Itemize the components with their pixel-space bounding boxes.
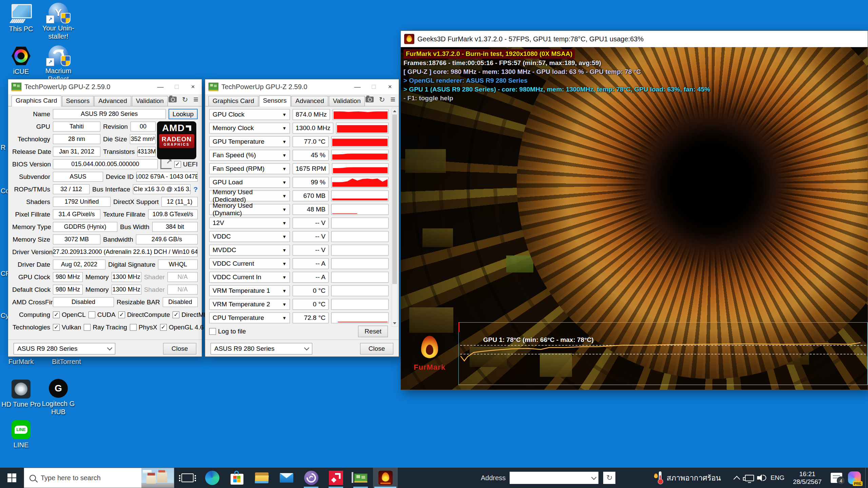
field-value[interactable]: 27.20.20913.2000 (Adrenalin 22.6.1) DCH … bbox=[53, 247, 198, 257]
address-go-icon[interactable]: ↻ bbox=[603, 472, 615, 484]
sensor-select-memory-clock[interactable]: Memory Clock▼ bbox=[209, 123, 290, 134]
screenshot-icon[interactable] bbox=[366, 97, 374, 102]
menu-icon[interactable]: ≡ bbox=[390, 95, 395, 104]
desktop-icon-line[interactable]: LINE LINE bbox=[0, 420, 42, 449]
tray-overflow-chevron[interactable] bbox=[732, 468, 742, 488]
field-value[interactable]: 4313M bbox=[137, 147, 156, 157]
screenshot-icon[interactable] bbox=[169, 97, 177, 102]
lookup-button[interactable]: Lookup bbox=[169, 109, 198, 119]
field-value[interactable]: Jan 31, 2012 bbox=[53, 147, 100, 157]
taskbar-app-amd[interactable] bbox=[323, 468, 348, 488]
field-value[interactable]: 1300 MHz bbox=[112, 285, 141, 294]
notification-center-button[interactable]: 4 bbox=[829, 468, 844, 488]
taskbar-app-bittorrent[interactable] bbox=[299, 468, 323, 488]
opengl-4-6-checkbox[interactable]: ✓OpenGL 4.6 bbox=[160, 324, 204, 331]
sensor-select-fan-speed-rpm[interactable]: Fan Speed (RPM)▼ bbox=[209, 163, 290, 174]
field-value[interactable]: 980 MHz bbox=[53, 285, 83, 294]
sensor-select-memory-used-dynamic[interactable]: Memory Used (Dynamic)▼ bbox=[209, 204, 290, 215]
field-value[interactable]: 1002 679A - 1043 047E bbox=[136, 172, 198, 182]
field-value[interactable]: 28 nm bbox=[53, 134, 100, 144]
sensor-select-cpu-temperature[interactable]: CPU Temperature▼ bbox=[209, 312, 290, 323]
taskbar-app-store[interactable] bbox=[224, 468, 249, 488]
field-value[interactable]: 109.8 GTexel/s bbox=[148, 209, 198, 219]
field-value[interactable]: 3072 MB bbox=[53, 235, 100, 244]
gpu-select-dropdown[interactable]: ASUS R9 280 Series bbox=[14, 343, 115, 354]
close-button[interactable]: × bbox=[382, 79, 398, 94]
copilot-button[interactable]: PRE bbox=[846, 468, 863, 488]
refresh-icon[interactable]: ↻ bbox=[182, 96, 188, 103]
gpuz-title-bar[interactable]: TechPowerUp GPU-Z 2.59.0 — □ × bbox=[205, 79, 399, 94]
tab-graphics-card[interactable]: Graphics Card bbox=[12, 96, 61, 106]
taskbar-app-task-view[interactable] bbox=[175, 468, 200, 488]
field-value[interactable]: 00 bbox=[131, 122, 156, 131]
tab-validation[interactable]: Validation bbox=[329, 96, 365, 106]
cuda-checkbox[interactable]: CUDA bbox=[88, 311, 116, 319]
address-input[interactable] bbox=[510, 472, 598, 484]
tab-advanced[interactable]: Advanced bbox=[94, 96, 131, 106]
directml-checkbox[interactable]: ✓DirectML bbox=[173, 311, 207, 319]
field-value[interactable]: 32 / 112 bbox=[53, 184, 90, 194]
directcompute-checkbox[interactable]: ✓DirectCompute bbox=[118, 311, 170, 319]
field-value[interactable]: 980 MHz bbox=[53, 272, 83, 282]
opencl-checkbox[interactable]: ✓OpenCL bbox=[53, 311, 86, 319]
close-window-button[interactable]: Close bbox=[163, 343, 196, 354]
weather-widget[interactable]: สภาพอากาศร้อน bbox=[657, 468, 721, 488]
physx-checkbox[interactable]: PhysX bbox=[130, 324, 157, 331]
clock[interactable]: 16:21 28/5/2567 bbox=[788, 468, 826, 488]
field-value[interactable]: 352 mm² bbox=[130, 134, 156, 144]
field-value[interactable]: 249.6 GB/s bbox=[136, 235, 198, 244]
field-value[interactable]: GDDR5 (Hynix) bbox=[53, 222, 117, 232]
scroll-up-icon[interactable] bbox=[392, 108, 397, 114]
sensor-select-vddc[interactable]: VDDC▼ bbox=[209, 231, 290, 242]
show-desktop-button[interactable] bbox=[865, 468, 868, 488]
sensor-select-fan-speed[interactable]: Fan Speed (%)▼ bbox=[209, 150, 290, 161]
desktop-icon-furmark[interactable]: FurMark bbox=[0, 356, 42, 366]
network-icon[interactable] bbox=[743, 468, 755, 488]
desktop-icon-icue[interactable]: iCUE bbox=[0, 46, 42, 76]
taskbar-app-mail[interactable] bbox=[274, 468, 299, 488]
sensor-select-gpu-temperature[interactable]: GPU Temperature▼ bbox=[209, 136, 290, 147]
sensors-scrollbar[interactable] bbox=[392, 108, 398, 327]
taskbar-app-explorer[interactable] bbox=[249, 468, 274, 488]
close-window-button[interactable]: Close bbox=[360, 343, 393, 354]
field-value[interactable]: 1792 Unified bbox=[53, 197, 111, 207]
desktop-icon-hd-tune-pro[interactable]: HD Tune Pro bbox=[0, 380, 42, 408]
minimize-button[interactable]: — bbox=[349, 79, 366, 94]
sensor-select-vrm-temperature-1[interactable]: VRM Temperature 1▼ bbox=[209, 285, 290, 296]
sensor-select-gpu-load[interactable]: GPU Load▼ bbox=[209, 177, 290, 188]
desktop-icon-macrium-reflect[interactable]: ↗ Macrium Reflect bbox=[37, 45, 79, 83]
field-value[interactable]: WHQL bbox=[158, 260, 198, 269]
field-value[interactable]: Aug 02, 2022 bbox=[53, 260, 105, 269]
minimize-button[interactable]: — bbox=[152, 79, 169, 94]
language-indicator[interactable]: ENG bbox=[769, 468, 786, 488]
taskbar-app-edge[interactable] bbox=[200, 468, 224, 488]
uefi-checkbox[interactable]: ✓UEFI bbox=[174, 161, 198, 168]
ray-tracing-checkbox[interactable]: Ray Tracing bbox=[84, 324, 127, 331]
share-icon[interactable] bbox=[160, 159, 172, 169]
sensor-select-vddc-current[interactable]: VDDC Current▼ bbox=[209, 258, 290, 269]
field-value[interactable]: 1300 MHz bbox=[112, 272, 141, 282]
gpu-select-dropdown[interactable]: ASUS R9 280 Series bbox=[211, 343, 312, 354]
tab-graphics-card[interactable]: Graphics Card bbox=[209, 96, 258, 106]
taskbar-search-input[interactable]: Type here to search bbox=[24, 468, 174, 488]
refresh-icon[interactable]: ↻ bbox=[379, 96, 385, 103]
desktop-icon-your-uninstaller[interactable]: ↗ Your Unin-staller! bbox=[37, 3, 79, 40]
desktop-icon-this-pc[interactable]: This PC bbox=[0, 4, 42, 33]
tab-sensors[interactable]: Sensors bbox=[62, 96, 94, 106]
menu-icon[interactable]: ≡ bbox=[193, 95, 198, 104]
field-value[interactable]: 31.4 GPixel/s bbox=[53, 209, 100, 219]
gpuz-title-bar[interactable]: TechPowerUp GPU-Z 2.59.0 — □ × bbox=[8, 79, 202, 94]
volume-icon[interactable] bbox=[756, 468, 768, 488]
field-value[interactable]: Tahiti bbox=[53, 122, 100, 131]
sensor-select-vddc-current-in[interactable]: VDDC Current In▼ bbox=[209, 272, 290, 283]
tab-advanced[interactable]: Advanced bbox=[291, 96, 328, 106]
log-to-file-checkbox[interactable]: Log to file bbox=[209, 328, 246, 335]
help-icon[interactable]: ? bbox=[193, 185, 198, 194]
field-value[interactable]: 384 bit bbox=[152, 222, 198, 232]
desktop-icon-bittorrent[interactable]: BitTorrent bbox=[45, 356, 87, 366]
furmark-title-bar[interactable]: Geeks3D FurMark v1.37.2.0 - 57FPS, GPU1 … bbox=[401, 31, 868, 47]
field-value[interactable]: PCIe x16 3.0 @ x16 3.0 bbox=[133, 184, 191, 194]
reset-button[interactable]: Reset bbox=[358, 326, 388, 337]
field-value[interactable]: ASUS R9 280 Series bbox=[53, 109, 166, 119]
field-value[interactable]: 12 (11_1) bbox=[161, 197, 198, 207]
